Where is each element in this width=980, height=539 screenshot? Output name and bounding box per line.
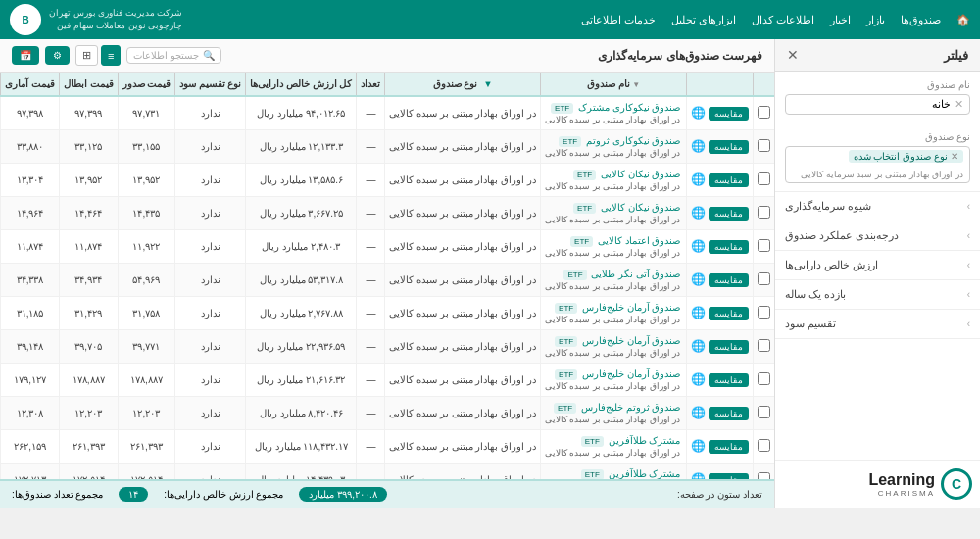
globe-icon[interactable]: 🌐 (691, 206, 706, 220)
row-checkbox[interactable] (758, 172, 770, 185)
row-checkbox[interactable] (758, 306, 770, 318)
row-action-button[interactable]: مقایسه (709, 407, 749, 420)
fund-name-link[interactable]: صندوق آرمان خلیج‌فارس (582, 335, 680, 346)
row-checkbox-cell[interactable] (754, 130, 775, 164)
sidebar-close-button[interactable]: ✕ (787, 47, 799, 63)
nav-home[interactable]: 🏠 (956, 14, 970, 26)
globe-icon[interactable]: 🌐 (691, 439, 706, 453)
row-action-button[interactable]: مقایسه (709, 107, 749, 121)
row-checkbox-cell[interactable] (754, 230, 775, 264)
one-year-cell: ۲۱,۶۸۱% (0, 397, 1, 430)
globe-icon[interactable]: 🌐 (691, 372, 706, 386)
fund-name-link[interactable]: مشترک طلا‌آفرین (609, 468, 681, 479)
row-checkbox[interactable] (758, 139, 770, 152)
row-checkbox-cell[interactable] (754, 197, 775, 230)
fund-name-link[interactable]: صندوق آرمان خلیج‌فارس (582, 368, 680, 379)
settings-button[interactable]: ⚙ (45, 46, 70, 65)
row-checkbox[interactable] (758, 472, 770, 479)
globe-icon[interactable]: 🌐 (691, 339, 706, 353)
nav-codal[interactable]: اطلاعات کدال (752, 14, 814, 26)
filter-icon-fund-type: ▼ (483, 78, 492, 89)
fund-name-link[interactable]: صندوق آرمان خلیج‌فارس (582, 302, 680, 313)
row-checkbox-cell[interactable] (754, 364, 775, 397)
fund-name-link[interactable]: صندوق آتی نگر طلایی (591, 269, 680, 279)
fund-name-link[interactable]: صندوق نیکوکاری ثروتم (586, 135, 680, 146)
fund-name-link[interactable]: صندوق نیکان کالایی (601, 169, 680, 179)
filter-performance[interactable]: › درجه‌بندی عملکرد صندوق (775, 221, 980, 251)
row-checkbox[interactable] (758, 439, 770, 452)
search-bar[interactable]: 🔍 جستجو اطلاعات (126, 47, 221, 64)
row-checkbox[interactable] (758, 239, 770, 252)
row-checkbox[interactable] (758, 106, 770, 119)
fund-type-tag[interactable]: ✕ نوع صندوق انتخاب شده (849, 150, 963, 163)
globe-icon[interactable]: 🌐 (691, 272, 706, 286)
row-checkbox-cell[interactable] (754, 297, 775, 330)
fund-badge: ETF (555, 369, 577, 380)
row-action-button[interactable]: مقایسه (709, 373, 749, 387)
row-action-button[interactable]: مقایسه (709, 240, 749, 254)
row-checkbox-cell[interactable] (754, 164, 775, 197)
globe-icon[interactable]: 🌐 (691, 306, 706, 319)
list-view-button[interactable]: ≡ (101, 45, 121, 66)
globe-icon[interactable]: 🌐 (691, 239, 706, 253)
row-checkbox[interactable] (758, 206, 770, 219)
filter-nav-label: ارزش خالص دارایی‌ها (785, 259, 878, 271)
nav-info[interactable]: خدمات اطلاعاتی (581, 14, 656, 26)
fund-name-link[interactable]: صندوق اعتماد کالایی (598, 235, 680, 246)
fund-badge: ETF (555, 336, 577, 347)
clear-input-icon[interactable]: ✕ (955, 98, 963, 111)
row-checkbox-cell[interactable] (754, 397, 775, 430)
row-checkbox-cell[interactable] (754, 464, 775, 480)
row-checkbox-cell[interactable] (754, 430, 775, 464)
sidebar-title: فیلتر (944, 48, 968, 63)
row-action-button[interactable]: مقایسه (709, 340, 749, 354)
issue-price-cell: ۱۷۸,۸۸۷ (118, 364, 175, 397)
filter-dividend[interactable]: › تقسیم سود (775, 310, 980, 339)
row-action-button[interactable]: مقایسه (709, 140, 749, 154)
table-row: مقایسه 🌐 مشترک طلا‌آفرین ETF در اوراق به… (0, 430, 774, 464)
row-checkbox-cell[interactable] (754, 330, 775, 364)
fund-name-cell: صندوق آرمان خلیج‌فارس ETF در اوراق بهادا… (541, 364, 687, 397)
tag-close-icon[interactable]: ✕ (951, 151, 958, 162)
filter-one-year[interactable]: › بازده یک ساله (775, 280, 980, 310)
row-checkbox[interactable] (758, 372, 770, 385)
nav-market[interactable]: بازار (866, 14, 885, 26)
row-action-button[interactable]: مقایسه (709, 440, 749, 454)
row-action-button[interactable]: مقایسه (709, 307, 749, 320)
filter-fund-type-label: نوع صندوق (785, 131, 970, 142)
fund-name-input[interactable] (792, 99, 951, 111)
fund-type-desc: در اوراق بهادار مبتنی بر سبده کالایی (545, 181, 680, 191)
filter-investment-method[interactable]: › شیوه سرمایه‌گذاری (775, 192, 980, 221)
grid-view-button[interactable]: ⊞ (75, 45, 98, 66)
row-action-button[interactable]: مقایسه (709, 207, 749, 220)
nav-cell: ۱۳,۵۸۵.۶ میلیارد ریال (246, 164, 357, 197)
row-checkbox[interactable] (758, 339, 770, 352)
fund-name-link[interactable]: صندوق نیکوکاری مشترک (578, 102, 680, 113)
fund-name-link[interactable]: صندوق نیکان کالایی (601, 202, 680, 213)
nav-tools[interactable]: ابزارهای تحلیل (671, 14, 736, 26)
row-checkbox-cell[interactable] (754, 264, 775, 297)
globe-icon[interactable]: 🌐 (691, 172, 706, 186)
row-actions-cell: مقایسه 🌐 (687, 96, 754, 130)
count-cell: — (357, 164, 385, 197)
calendar-button[interactable]: 📅 (12, 46, 39, 65)
fund-name-link[interactable]: مشترک طلا‌آفرین (609, 435, 681, 446)
col-fund-type[interactable]: ▼ نوع صندوق (385, 73, 541, 96)
globe-icon[interactable]: 🌐 (691, 139, 706, 153)
row-checkbox[interactable] (758, 272, 770, 285)
row-action-button[interactable]: مقایسه (709, 173, 749, 187)
row-checkbox[interactable] (758, 406, 770, 418)
row-checkbox-cell[interactable] (754, 96, 775, 130)
nav-funds[interactable]: صندوق‌ها (901, 14, 941, 26)
filter-nav[interactable]: › ارزش خالص دارایی‌ها (775, 251, 980, 280)
col-fund-name[interactable]: ▼ نام صندوق (541, 73, 687, 96)
row-actions-cell: مقایسه 🌐 (687, 197, 754, 230)
count-cell: — (357, 397, 385, 430)
globe-icon[interactable]: 🌐 (691, 472, 706, 479)
row-action-button[interactable]: مقایسه (709, 273, 749, 287)
fund-name-link[interactable]: صندوق ثروتم خلیج‌فارس (581, 402, 680, 413)
fund-name-cell: صندوق آتی نگر طلایی ETF در اوراق بهادار … (541, 264, 687, 297)
nav-news[interactable]: اخبار (830, 14, 851, 26)
globe-icon[interactable]: 🌐 (691, 406, 706, 419)
globe-icon[interactable]: 🌐 (691, 106, 706, 120)
